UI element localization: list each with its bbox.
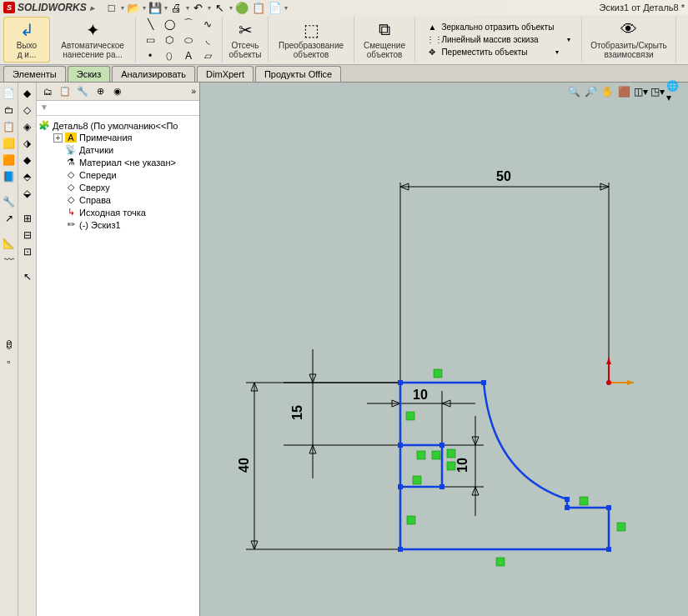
tree-tab-1[interactable]: 🗂: [40, 84, 55, 99]
tree-annotations[interactable]: +AПримечания: [53, 132, 198, 143]
v2btn-2[interactable]: ◇: [20, 103, 35, 118]
app-name: SOLIDWORKS: [18, 2, 87, 13]
tree-sketch1[interactable]: ✏(-) Эскиз1: [53, 218, 198, 231]
tree-tab-5[interactable]: ◉: [110, 84, 125, 99]
line-tool[interactable]: ╲: [141, 17, 159, 32]
v2btn-4[interactable]: ⬗: [20, 136, 35, 151]
tab-dimxpert[interactable]: DimXpert: [197, 66, 254, 82]
vbtn-5[interactable]: 🟧: [2, 153, 17, 168]
v2btn-3[interactable]: ◈: [20, 119, 35, 134]
convert-button[interactable]: ⬚ Преобразование объектов: [274, 19, 349, 61]
point-tool[interactable]: •: [141, 48, 159, 63]
tree-tab-3[interactable]: 🔧: [75, 84, 90, 99]
arc-tool[interactable]: ⌒: [179, 17, 198, 32]
tree-root[interactable]: 🧩 Деталь8 (По умолчанию<<По: [38, 119, 198, 132]
autodim-icon: ✦: [86, 21, 100, 39]
tree-filter[interactable]: ▼: [37, 101, 199, 116]
dim-50[interactable]: 50: [400, 169, 609, 383]
vbtn-3[interactable]: 📋: [2, 119, 17, 134]
exit-sketch-button[interactable]: ↲ Выхо д и...: [9, 19, 44, 61]
tab-sketch[interactable]: Эскиз: [68, 66, 110, 82]
v2btn-11[interactable]: ↖: [20, 269, 35, 284]
slot-tool[interactable]: ⬭: [179, 33, 198, 48]
expand-icon[interactable]: +: [53, 133, 63, 143]
rebuild-button[interactable]: 🟢: [234, 0, 249, 15]
v2btn-6[interactable]: ⬘: [20, 169, 35, 184]
text-tool[interactable]: A: [179, 48, 198, 63]
right-label: Справа: [79, 195, 111, 205]
plane-tool[interactable]: ▱: [198, 48, 217, 63]
tree-right[interactable]: ◇Справа: [53, 193, 198, 206]
part-icon: 🧩: [38, 120, 50, 131]
vbtn-7[interactable]: 🔧: [2, 194, 17, 209]
help-button[interactable]: 📄: [268, 0, 283, 15]
vbtn-4[interactable]: 🟨: [2, 136, 17, 151]
fillet-tool[interactable]: ◟: [198, 33, 217, 48]
print-button[interactable]: 🖨: [169, 0, 184, 15]
spline-tool[interactable]: ∿: [198, 17, 217, 32]
relations-button[interactable]: 👁 Отобразить/Скрыть взаимосвязи: [587, 19, 670, 61]
svg-rect-18: [439, 443, 444, 448]
drawing-canvas[interactable]: 🔍 🔎 ✋ 🟫 ◫▾ ◳▾ 🌐▾ 50: [200, 83, 688, 616]
v2btn-8[interactable]: ⊞: [20, 211, 35, 226]
open-button[interactable]: 📂: [126, 0, 141, 15]
sketch-profile[interactable]: [400, 383, 609, 549]
save-button[interactable]: 💾: [148, 0, 163, 15]
polygon-tool[interactable]: ⬡: [160, 33, 178, 48]
vbtn-6[interactable]: 📘: [2, 169, 17, 184]
v2btn-7[interactable]: ⬙: [20, 186, 35, 201]
offset-button[interactable]: ⧉ Смещение объектов: [359, 19, 409, 61]
move-button[interactable]: ✥Переместить объекты▾: [424, 47, 571, 58]
plane-icon: ◇: [65, 169, 77, 180]
v2btn-9[interactable]: ⊟: [20, 228, 35, 243]
vbtn-12[interactable]: ▫: [2, 354, 17, 369]
menu-arrow-icon[interactable]: ▸: [90, 3, 94, 13]
undo-button[interactable]: ↶: [191, 0, 206, 15]
v2btn-1[interactable]: ◆: [20, 86, 35, 101]
tree-tab-4[interactable]: ⊕: [93, 84, 108, 99]
plane-icon: ◇: [65, 182, 77, 193]
tree-front[interactable]: ◇Спереди: [53, 168, 198, 181]
tab-office[interactable]: Продукты Office: [255, 66, 341, 82]
trim-button[interactable]: ✂ Отсечь объекты: [228, 19, 263, 61]
sensors-label: Датчики: [79, 145, 113, 155]
svg-rect-32: [413, 476, 421, 484]
tab-analyze[interactable]: Анализировать: [112, 66, 195, 82]
annotations-icon: A: [65, 133, 77, 143]
dim-15[interactable]: 15: [284, 349, 400, 478]
move-icon: ✥: [426, 48, 438, 57]
tree-expand[interactable]: »: [191, 87, 196, 96]
vbtn-1[interactable]: 📄: [2, 86, 17, 101]
dim-40[interactable]: 40: [237, 383, 400, 549]
vbtn-8[interactable]: ↗: [2, 211, 17, 226]
v2btn-10[interactable]: ⊡: [20, 244, 35, 259]
rect-tool[interactable]: ▭: [141, 33, 159, 48]
sketch-svg: 50 40 15: [200, 83, 688, 616]
new-button[interactable]: □: [104, 0, 119, 15]
tree-origin[interactable]: ↳Исходная точка: [53, 206, 198, 218]
tree-top[interactable]: ◇Сверху: [53, 181, 198, 193]
tree-tab-2[interactable]: 📋: [58, 84, 73, 99]
dim-10h[interactable]: 10: [367, 388, 475, 445]
ellipse-tool[interactable]: ⬯: [160, 48, 178, 63]
options-button[interactable]: 📋: [251, 0, 266, 15]
vbtn-10[interactable]: 〰: [2, 253, 17, 268]
svg-rect-23: [606, 505, 611, 510]
autodim-button[interactable]: ✦ Автоматическое нанесение ра...: [55, 19, 130, 61]
vbtn-9[interactable]: 📐: [2, 236, 17, 251]
v2btn-5[interactable]: ◆: [20, 153, 35, 168]
tree-sensors[interactable]: 📡Датчики: [53, 143, 198, 156]
tab-features[interactable]: Элементы: [3, 66, 66, 82]
vbtn-2[interactable]: 🗀: [2, 103, 17, 118]
root-label: Деталь8 (По умолчанию<<По: [53, 121, 178, 131]
tab-bar: Элементы Эскиз Анализировать DimXpert Пр…: [0, 65, 688, 83]
svg-rect-25: [565, 497, 570, 502]
select-button[interactable]: ↖: [213, 0, 228, 15]
vbtn-11[interactable]: 🛢: [2, 338, 17, 353]
sketch-endpoints: [398, 380, 611, 552]
mirror-button[interactable]: ▲Зеркально отразить объекты: [424, 22, 571, 33]
circle-tool[interactable]: ◯: [160, 17, 178, 32]
svg-point-39: [606, 380, 611, 385]
tree-material[interactable]: ⚗Материал <не указан>: [53, 156, 198, 168]
pattern-button[interactable]: ⋮⋮Линейный массив эскиза▾: [424, 34, 571, 45]
